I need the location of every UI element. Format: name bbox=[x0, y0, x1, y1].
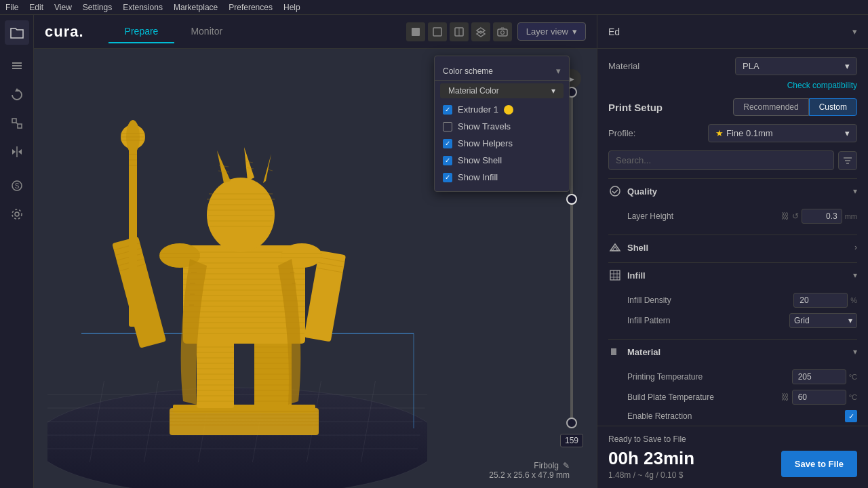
retraction-checkbox[interactable]: ✓ bbox=[845, 410, 857, 422]
chevron-down-icon3: ▾ bbox=[845, 61, 850, 71]
svg-rect-20 bbox=[498, 29, 507, 36]
search-input[interactable] bbox=[608, 150, 834, 170]
layer-view-button[interactable]: Layer view ▾ bbox=[517, 22, 586, 41]
view-icon-x[interactable] bbox=[450, 22, 469, 41]
menu-help[interactable]: Help bbox=[283, 3, 300, 12]
sidebar-icon-settings2[interactable] bbox=[5, 202, 29, 226]
infill-pattern-label: Infill Pattern bbox=[627, 316, 670, 325]
time-main: 00h 23min bbox=[608, 448, 694, 469]
retraction-label: Enable Retraction bbox=[627, 411, 692, 421]
link-icon[interactable]: ⛓ bbox=[781, 211, 789, 221]
view-icon-layers[interactable] bbox=[471, 22, 490, 41]
view-icon-solid[interactable] bbox=[406, 22, 425, 41]
view-icon-wireframe[interactable] bbox=[428, 22, 447, 41]
ready-text: Ready to Save to File bbox=[608, 434, 857, 444]
dropdown-item-shell[interactable]: ✓ Show Shell bbox=[435, 152, 569, 169]
material-body: Printing Temperature °C Build Plate Temp… bbox=[608, 364, 857, 426]
panel-collapse-icon[interactable]: ▾ bbox=[852, 26, 857, 37]
infill-density-input[interactable] bbox=[793, 293, 848, 308]
svg-marker-9 bbox=[18, 149, 22, 155]
svg-point-22 bbox=[47, 388, 427, 488]
sidebar-icon-tools[interactable] bbox=[5, 54, 29, 79]
sidebar-icon-support[interactable]: S bbox=[5, 174, 29, 198]
viewport[interactable]: cura. Prepare Monitor bbox=[34, 15, 597, 488]
sidebar-icon-mirror[interactable] bbox=[5, 140, 29, 164]
svg-text:S: S bbox=[14, 182, 19, 190]
svg-marker-18 bbox=[477, 28, 485, 33]
print-temp-unit: °C bbox=[849, 373, 857, 381]
infill-pattern-select[interactable]: Grid ▾ bbox=[789, 313, 857, 328]
helpers-checkbox[interactable]: ✓ bbox=[443, 139, 452, 148]
extruder1-checkbox[interactable]: ✓ bbox=[443, 105, 452, 115]
travels-checkbox[interactable] bbox=[443, 122, 452, 131]
tab-monitor[interactable]: Monitor bbox=[174, 20, 239, 43]
svg-point-21 bbox=[500, 30, 504, 34]
menu-view[interactable]: View bbox=[54, 3, 72, 12]
slider-handle-bottom[interactable] bbox=[566, 418, 577, 428]
extruder-dot bbox=[504, 105, 513, 115]
model-info: Firbolg ✎ 25.2 x 25.6 x 47.9 mm bbox=[489, 461, 570, 480]
section-material: Material ▾ Printing Temperature °C Build… bbox=[608, 339, 857, 426]
tab-custom[interactable]: Custom bbox=[809, 98, 857, 116]
shell-chevron: › bbox=[854, 243, 857, 252]
svg-rect-14 bbox=[412, 28, 420, 36]
infill-section-header[interactable]: Infill ▾ bbox=[608, 262, 857, 287]
dropdown-item-extruder1[interactable]: ✓ Extruder 1 bbox=[435, 101, 569, 118]
section-quality: Quality ▾ Layer Height ⛓ ↺ mm bbox=[608, 178, 857, 232]
quality-section-header[interactable]: Quality ▾ bbox=[608, 178, 857, 203]
tab-recommended[interactable]: Recommended bbox=[733, 98, 808, 116]
sidebar-icon-folder[interactable] bbox=[5, 20, 29, 45]
svg-rect-138 bbox=[610, 270, 620, 280]
menu-file[interactable]: File bbox=[5, 3, 18, 12]
layer-height-input[interactable] bbox=[802, 209, 842, 224]
panel-profile-name: Ed bbox=[608, 26, 620, 37]
sidebar-icon-rotate[interactable] bbox=[5, 83, 29, 107]
footer-row: 00h 23min 1.48m / ~ 4g / 0.10 $ Save to … bbox=[608, 448, 857, 480]
svg-rect-1 bbox=[12, 68, 22, 69]
link-icon2[interactable]: ⛓ bbox=[781, 392, 789, 402]
infill-body: Infill Density % Infill Pattern Grid ▾ bbox=[608, 287, 857, 336]
tab-prepare[interactable]: Prepare bbox=[108, 20, 175, 43]
menu-marketplace[interactable]: Marketplace bbox=[174, 3, 218, 12]
quality-body: Layer Height ⛓ ↺ mm bbox=[608, 203, 857, 232]
svg-point-13 bbox=[12, 209, 22, 219]
dropdown-item-helpers[interactable]: ✓ Show Helpers bbox=[435, 135, 569, 152]
material-label: Material bbox=[608, 61, 639, 71]
dropdown-item-infill[interactable]: ✓ Show Infill bbox=[435, 169, 569, 186]
material-section-header[interactable]: Material ▾ bbox=[608, 339, 857, 364]
profile-select[interactable]: ★Fine 0.1mm ▾ bbox=[708, 124, 857, 142]
infill-checkbox[interactable]: ✓ bbox=[443, 173, 452, 182]
save-to-file-button[interactable]: Save to File bbox=[781, 451, 857, 477]
dropdown-item-travels[interactable]: Show Travels bbox=[435, 118, 569, 135]
scheme-select[interactable]: Material Color ▾ bbox=[440, 83, 564, 98]
view-icon-camera[interactable] bbox=[493, 22, 512, 41]
print-temp-input[interactable] bbox=[792, 369, 846, 384]
svg-rect-15 bbox=[433, 28, 441, 36]
bed-temp-input[interactable] bbox=[792, 390, 846, 405]
material-chevron: ▾ bbox=[853, 347, 857, 357]
model-dimensions: 25.2 x 25.6 x 47.9 mm bbox=[489, 470, 570, 480]
menu-preferences[interactable]: Preferences bbox=[229, 3, 273, 12]
check-compat-link[interactable]: Check compatibility bbox=[608, 81, 857, 90]
3d-model[interactable] bbox=[47, 83, 427, 488]
material-select[interactable]: PLA ▾ bbox=[735, 57, 857, 75]
left-sidebar: S bbox=[0, 15, 34, 488]
menu-extensions[interactable]: Extensions bbox=[123, 3, 163, 12]
edit-icon[interactable]: ✎ bbox=[563, 461, 570, 470]
setup-tabs: Recommended Custom bbox=[733, 98, 857, 116]
shell-checkbox[interactable]: ✓ bbox=[443, 156, 452, 165]
menu-bar: File Edit View Settings Extensions Marke… bbox=[0, 0, 868, 15]
slider-track[interactable] bbox=[570, 94, 573, 428]
undo-icon[interactable]: ↺ bbox=[792, 211, 799, 221]
color-scheme-dropdown: Color scheme ▾ Material Color ▾ ✓ Extrud… bbox=[434, 56, 570, 192]
slider-handle-mid[interactable] bbox=[566, 194, 577, 205]
profile-select-row: Profile: ★Fine 0.1mm ▾ bbox=[608, 124, 857, 142]
shell-section-header[interactable]: Shell › bbox=[608, 235, 857, 260]
filter-icon[interactable] bbox=[838, 151, 857, 170]
sidebar-icon-scale[interactable] bbox=[5, 111, 29, 136]
menu-edit[interactable]: Edit bbox=[29, 3, 43, 12]
menu-settings[interactable]: Settings bbox=[83, 3, 112, 12]
shell-icon bbox=[608, 241, 622, 254]
svg-point-137 bbox=[610, 186, 620, 196]
layer-height-unit: mm bbox=[845, 212, 857, 220]
